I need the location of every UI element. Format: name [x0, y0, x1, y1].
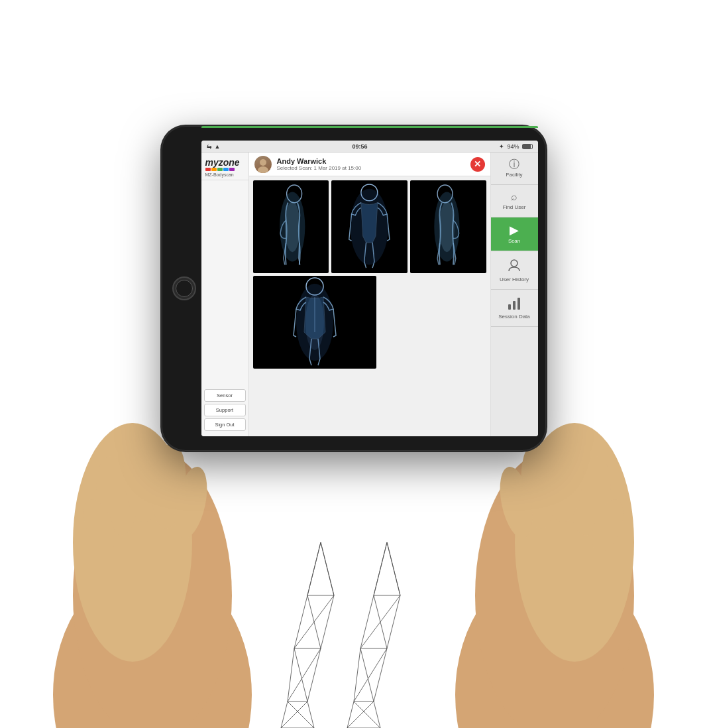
user-avatar — [254, 156, 272, 173]
close-button[interactable]: ✕ — [470, 157, 485, 172]
scan-image-back[interactable] — [253, 276, 376, 369]
battery-level: 94% — [507, 143, 519, 150]
logo-bar-red — [205, 168, 211, 171]
svg-point-57 — [258, 166, 268, 173]
svg-line-48 — [374, 542, 387, 595]
signal-icon: ▲ — [215, 143, 221, 150]
support-button[interactable]: Support — [204, 404, 246, 416]
nav-label-user-history: User History — [500, 276, 529, 282]
battery-icon — [522, 144, 533, 149]
sign-out-button[interactable]: Sign Out — [204, 418, 246, 431]
svg-line-54 — [347, 701, 374, 728]
nav-item-facility[interactable]: ⓘ Facility — [491, 152, 538, 185]
svg-line-26 — [307, 701, 314, 728]
user-scan-date: Selected Scan: 1 Mar 2019 at 15:00 — [277, 165, 465, 171]
svg-line-25 — [281, 701, 288, 728]
svg-line-46 — [374, 701, 380, 728]
tablet-screen: ⇆ ▲ 09:56 ✦ 94% myzon — [201, 141, 538, 436]
svg-point-73 — [305, 294, 324, 350]
main-content: Andy Warwick Selected Scan: 1 Mar 2019 a… — [249, 152, 490, 436]
svg-line-42 — [354, 648, 360, 701]
myzone-logo: myzone MZ-Bodyscan — [205, 158, 245, 177]
svg-line-33 — [294, 648, 307, 701]
logo-bar-purple — [229, 168, 235, 171]
nav-label-find-user: Find User — [503, 204, 526, 210]
nav-label-session-data: Session Data — [498, 314, 530, 320]
svg-point-74 — [511, 260, 517, 267]
svg-rect-76 — [513, 301, 516, 310]
find-user-icon: ⌕ — [511, 192, 517, 202]
svg-rect-75 — [508, 304, 511, 310]
facility-icon: ⓘ — [509, 159, 519, 170]
svg-line-31 — [307, 595, 321, 648]
content-header: Andy Warwick Selected Scan: 1 Mar 2019 a… — [249, 152, 490, 176]
svg-line-40 — [387, 595, 400, 648]
home-button[interactable] — [172, 276, 196, 300]
svg-line-55 — [354, 701, 380, 728]
scan-top-row — [253, 180, 486, 273]
nav-label-scan: Scan — [508, 238, 520, 244]
user-history-icon — [507, 258, 521, 274]
svg-line-45 — [347, 701, 354, 728]
user-avatar-inner — [254, 156, 272, 173]
svg-line-53 — [360, 648, 374, 701]
sidebar: myzone MZ-Bodyscan Sens — [201, 152, 249, 436]
svg-line-49 — [387, 542, 400, 595]
logo-bar-green — [217, 168, 223, 171]
wifi-icon: ⇆ — [207, 143, 212, 150]
wireframe-legs — [268, 542, 440, 728]
svg-line-52 — [354, 648, 387, 701]
nav-item-scan[interactable]: ▶ Scan — [491, 217, 538, 251]
session-data-icon — [507, 296, 521, 312]
scan-bottom-row — [253, 276, 486, 369]
right-nav: ⓘ Facility ⌕ Find User ▶ Scan — [490, 152, 538, 436]
svg-line-29 — [321, 542, 334, 595]
logo-bar-blue — [223, 168, 229, 171]
scan-icon: ▶ — [510, 224, 519, 236]
user-name: Andy Warwick — [277, 157, 465, 165]
logo-bars — [205, 168, 235, 171]
status-right-icons: ✦ 94% — [499, 143, 532, 150]
logo-bar-orange — [211, 168, 217, 171]
svg-line-34 — [281, 701, 307, 728]
svg-point-56 — [260, 159, 266, 166]
nav-item-session-data[interactable]: Session Data — [491, 290, 538, 327]
logo-text: myzone — [205, 158, 240, 167]
tablet-device: ⇆ ▲ 09:56 ✦ 94% myzon — [162, 126, 546, 451]
scan-image-right-side[interactable] — [410, 180, 486, 273]
svg-rect-77 — [517, 298, 520, 310]
scan-grid — [249, 176, 490, 373]
nav-item-find-user[interactable]: ⌕ Find User — [491, 185, 538, 217]
svg-line-23 — [307, 648, 321, 701]
svg-line-43 — [374, 648, 387, 701]
svg-line-19 — [294, 595, 307, 648]
status-left-icons: ⇆ ▲ — [207, 143, 221, 150]
nav-item-user-history[interactable]: User History — [491, 251, 538, 290]
svg-point-61 — [284, 202, 299, 252]
status-time: 09:56 — [352, 143, 367, 150]
svg-line-39 — [360, 595, 374, 648]
svg-point-64 — [351, 189, 388, 265]
bluetooth-icon: ✦ — [499, 143, 504, 150]
svg-point-68 — [439, 202, 455, 252]
user-info: Andy Warwick Selected Scan: 1 Mar 2019 a… — [277, 157, 465, 171]
svg-line-32 — [288, 648, 321, 701]
svg-line-51 — [374, 595, 387, 648]
logo-subtitle: MZ-Bodyscan — [205, 172, 234, 177]
svg-line-35 — [288, 701, 314, 728]
sensor-button[interactable]: Sensor — [204, 389, 246, 402]
svg-line-28 — [307, 542, 321, 595]
scene: ⇆ ▲ 09:56 ✦ 94% myzon — [0, 0, 707, 728]
nav-label-facility: Facility — [506, 172, 523, 178]
scan-image-front[interactable] — [331, 180, 408, 273]
close-icon: ✕ — [474, 160, 481, 168]
svg-line-20 — [321, 595, 334, 648]
sidebar-bottom-buttons: Sensor Support Sign Out — [201, 387, 248, 436]
status-bar: ⇆ ▲ 09:56 ✦ 94% — [201, 141, 538, 152]
app-content: myzone MZ-Bodyscan Sens — [201, 152, 538, 436]
svg-line-22 — [288, 648, 294, 701]
status-line — [201, 126, 538, 128]
logo-area: myzone MZ-Bodyscan — [201, 152, 248, 180]
scan-image-left-side[interactable] — [253, 180, 329, 273]
